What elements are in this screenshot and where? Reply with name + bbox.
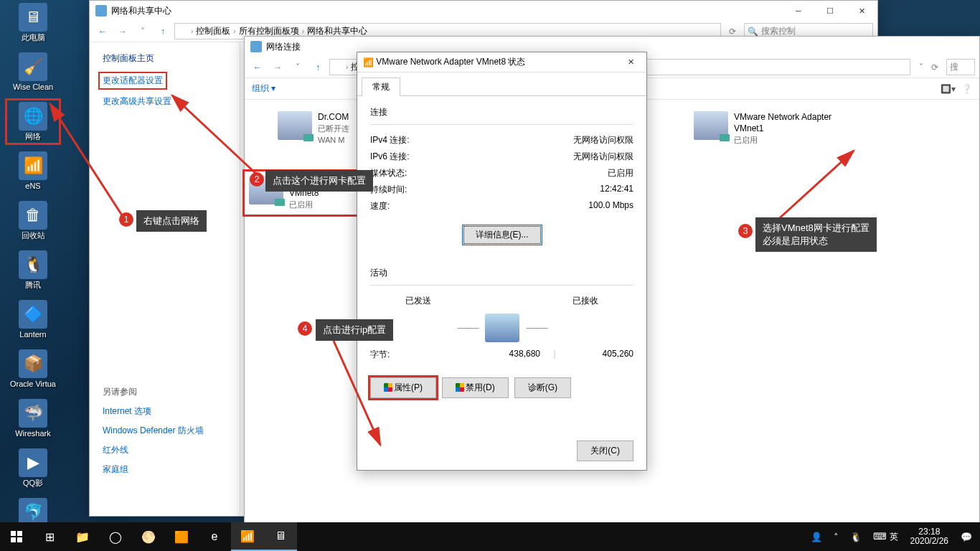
status-titlebar[interactable]: 📶 VMware Network Adapter VMnet8 状态 ✕ [357,52,646,72]
desktop-icon-qqplayer[interactable]: ▶QQ影 [9,448,57,488]
desktop-icon-lantern[interactable]: 🔷Lantern [9,300,57,339]
label-received: 已接收 [573,295,598,307]
tray-up-icon[interactable]: ˄ [830,532,842,542]
status-tabs: 常规 [357,72,646,96]
annotation-badge-4: 4 [298,321,312,336]
taskbar-app-2[interactable]: 🖥 [264,522,297,551]
link-change-adapter-settings[interactable]: 更改适配器设置 [100,73,166,88]
tray-ime-icon[interactable]: ⌨ 英 [870,531,902,543]
dialog-adapter-status: 📶 VMware Network Adapter VMnet8 状态 ✕ 常规 … [357,52,647,471]
close-button[interactable]: 关闭(C) [577,441,633,461]
desktop-icon-ens[interactable]: 📶eNS [9,151,57,191]
nc-refresh-button[interactable]: ⟳ [926,59,943,76]
link-advanced-sharing[interactable]: 更改高级共享设置 [103,95,240,108]
diagnose-button[interactable]: 诊断(G) [514,377,571,398]
cortana-button[interactable]: ◯ [99,522,132,551]
view-icon[interactable]: 🔲▾ [941,84,956,94]
disable-button[interactable]: 禁用(D) [442,377,509,398]
nc-up-button[interactable]: ↑ [309,59,326,76]
chrome-button[interactable]: 🌕 [132,522,165,551]
vm-button[interactable]: 🟧 [165,522,198,551]
taskview-button[interactable]: ⊞ [33,522,66,551]
network-status-icon: 📶 [363,57,374,67]
svg-rect-5 [11,531,16,536]
address-icon [178,27,188,37]
tray-qq-icon[interactable]: 🐧 [847,532,865,542]
taskbar: ⊞ 📁 ◯ 🌕 🟧 e 📶 🖥 👤 ˄ 🐧 ⌨ 英 23:182020/2/26… [0,522,980,551]
minimize-button[interactable]: ─ [783,1,814,21]
nc-search-input[interactable]: 搜 [946,59,975,75]
notification-center-icon[interactable]: 💬 [957,532,976,542]
section-connection: 连接 [370,106,633,118]
link-defender-firewall[interactable]: Windows Defender 防火墙 [103,425,240,437]
details-button[interactable]: 详细信息(E)... [462,225,542,245]
tab-general[interactable]: 常规 [362,77,400,96]
tray-people-icon[interactable]: 👤 [807,532,826,542]
nc-title: 网络连接 [266,41,979,53]
nsc-title: 网络和共享中心 [111,5,783,17]
properties-button[interactable]: 属性(P) [370,377,436,398]
desktop-icon-wise[interactable]: 🧹Wise Clean [9,52,57,92]
shield-icon [384,383,392,392]
bytes-received: 405,260 [569,349,633,361]
adapter-icon [278,111,312,140]
control-panel-icon [95,5,107,17]
link-internet-options[interactable]: Internet 选项 [103,405,240,418]
explorer-button[interactable]: 📁 [66,522,99,551]
svg-rect-7 [11,537,16,542]
edge-button[interactable]: e [198,522,231,551]
label-sent: 已发送 [405,295,431,307]
taskbar-app-1[interactable]: 📶 [231,522,264,551]
link-infrared[interactable]: 红外线 [103,444,240,456]
organize-menu[interactable]: 组织 ▾ [252,83,275,95]
annotation-badge-3: 3 [738,224,753,238]
desktop-icon-network[interactable]: 🌐网络 [9,102,57,141]
media-state: 已启用 [608,167,633,179]
desktop-icon-recycle[interactable]: 🗑回收站 [9,201,57,240]
shield-icon [456,383,464,392]
nsc-sidebar: 控制面板主页 更改适配器设置 更改高级共享设置 另请参阅 Internet 选项… [90,42,240,515]
start-button[interactable] [0,522,33,551]
adapter-vmnet1[interactable]: VMware Network Adapter VMnet1已启用 [689,107,862,150]
adapter-icon [694,111,728,140]
speed: 100.0 Mbps [588,200,633,212]
link-homegroup[interactable]: 家庭组 [103,463,240,476]
bytes-sent: 438,680 [476,349,540,361]
desktop-icons: 🖥此电脑 🧹Wise Clean 🌐网络 📶eNS 🗑回收站 🐧腾讯 🔷Lant… [0,0,93,551]
taskbar-clock[interactable]: 23:182020/2/26 [906,527,953,546]
sidebar-title[interactable]: 控制面板主页 [103,52,240,65]
svg-rect-6 [17,531,22,536]
close-button[interactable]: ✕ [846,1,877,21]
system-tray: 👤 ˄ 🐧 ⌨ 英 23:182020/2/26 💬 [807,527,980,546]
crumb-control-panel[interactable]: 控制面板 [196,25,230,37]
activity-computer-icon [485,314,519,342]
search-icon: 🔍 [748,27,758,37]
nc-forward-button[interactable]: → [269,59,286,76]
ipv4-status: 无网络访问权限 [573,134,633,146]
nsc-titlebar[interactable]: 网络和共享中心 ─ ☐ ✕ [90,1,877,21]
section-activity: 活动 [370,267,633,279]
back-button[interactable]: ← [94,23,111,40]
nc-back-button[interactable]: ← [249,59,266,76]
network-connections-icon [250,41,262,52]
desktop-icon-vbox[interactable]: 📦Oracle Virtua [9,349,57,389]
svg-rect-8 [17,537,22,542]
annotation-callout-1: 右键点击网络 [136,210,207,232]
annotation-callout-2: 点击这个进行网卡配置 [265,170,373,192]
annotation-callout-4: 点击进行ip配置 [316,319,393,341]
nc-recent-dropdown[interactable]: ˅ [289,59,306,76]
duration: 12:42:41 [600,184,633,196]
annotation-badge-2: 2 [250,172,264,187]
status-title: VMware Network Adapter VMnet8 状态 [376,56,615,68]
maximize-button[interactable]: ☐ [814,1,846,21]
ipv6-status: 无网络访问权限 [573,151,633,163]
help-icon[interactable]: ❔ [961,84,972,94]
status-close-button[interactable]: ✕ [615,52,646,72]
desktop-icon-wireshark[interactable]: 🦈Wireshark [9,399,57,438]
forward-button[interactable]: → [114,23,131,40]
desktop-icon-qq[interactable]: 🐧腾讯 [9,250,57,290]
recent-dropdown[interactable]: ˅ [134,23,151,40]
nc-address-icon [333,62,343,72]
desktop-icon-this-pc[interactable]: 🖥此电脑 [9,3,57,42]
up-button[interactable]: ↑ [154,23,171,40]
